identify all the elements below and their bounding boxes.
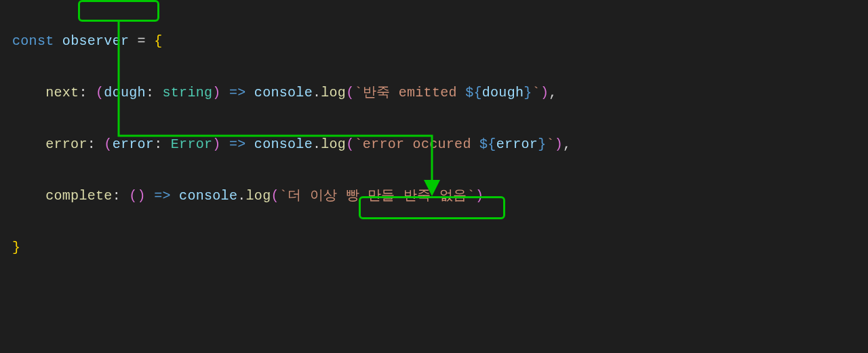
code-line-2: next: (dough: string) => console.log(`반죽… <box>0 80 868 106</box>
code-line-3: error: (error: Error) => console.log(`er… <box>0 132 868 157</box>
code-line-4: complete: () => console.log(`더 이상 빵 만들 반… <box>0 183 868 209</box>
code-line-5: } <box>0 235 868 261</box>
code-block: const observer = { next: (dough: string)… <box>0 3 868 353</box>
code-line-blank2 <box>0 338 868 353</box>
code-line-1: const observer = { <box>0 29 868 54</box>
code-line-blank <box>0 286 868 312</box>
